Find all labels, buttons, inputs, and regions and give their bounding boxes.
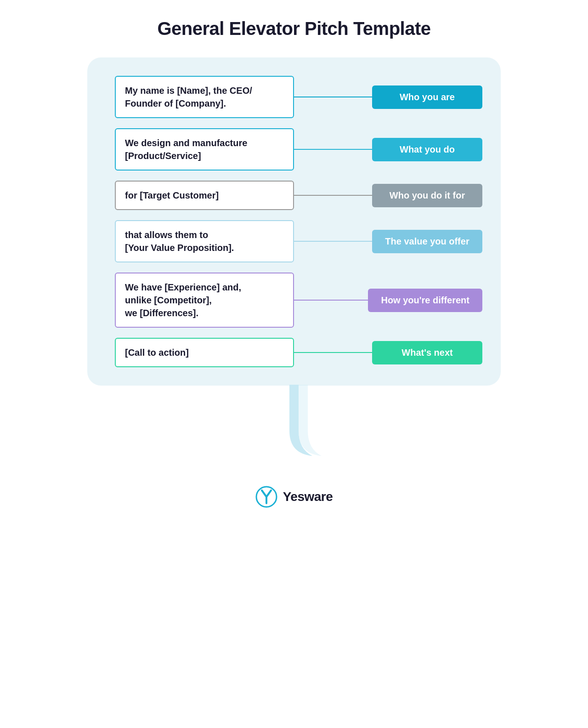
pitch-row-who-you-do-it-for: for [Target Customer]Who you do it for — [115, 181, 482, 210]
pill-label-who-you-do-it-for: Who you do it for — [372, 184, 482, 207]
pitch-row-what-you-do: We design and manufacture [Product/Servi… — [115, 128, 482, 171]
pill-label-what-you-do: What you do — [372, 138, 482, 161]
text-box-value-you-offer: that allows them to [Your Value Proposit… — [115, 220, 294, 262]
page-wrapper: General Elevator Pitch Template My name … — [0, 0, 588, 728]
connector-who-you-do-it-for — [294, 195, 372, 196]
bubble-section: My name is [Name], the CEO/ Founder of [… — [37, 57, 551, 458]
pill-label-whats-next: What's next — [372, 341, 482, 364]
connector-who-you-are — [294, 97, 372, 97]
pill-label-how-different: How you're different — [368, 289, 482, 312]
text-box-what-you-do: We design and manufacture [Product/Servi… — [115, 128, 294, 171]
pitch-row-whats-next: [Call to action]What's next — [115, 338, 482, 367]
bubble-tail — [285, 385, 340, 458]
pitch-row-how-different: We have [Experience] and, unlike [Compet… — [115, 273, 482, 328]
pill-label-value-you-offer: The value you offer — [372, 230, 482, 253]
yesware-logo-icon — [255, 486, 277, 508]
bottom-area: Yesware — [255, 486, 333, 508]
pitch-row-value-you-offer: that allows them to [Your Value Proposit… — [115, 220, 482, 262]
text-box-whats-next: [Call to action] — [115, 338, 294, 367]
connector-whats-next — [294, 352, 372, 353]
text-box-who-you-do-it-for: for [Target Customer] — [115, 181, 294, 210]
connector-value-you-offer — [294, 241, 372, 242]
page-title: General Elevator Pitch Template — [157, 18, 430, 39]
text-box-how-different: We have [Experience] and, unlike [Compet… — [115, 273, 294, 328]
connector-what-you-do — [294, 149, 372, 150]
connector-how-different — [294, 300, 368, 301]
pill-label-who-you-are: Who you are — [372, 85, 482, 109]
brand-name: Yesware — [283, 489, 333, 504]
yesware-brand: Yesware — [255, 486, 333, 508]
text-box-who-you-are: My name is [Name], the CEO/ Founder of [… — [115, 76, 294, 118]
bubble-card: My name is [Name], the CEO/ Founder of [… — [87, 57, 501, 386]
pitch-row-who-you-are: My name is [Name], the CEO/ Founder of [… — [115, 76, 482, 118]
